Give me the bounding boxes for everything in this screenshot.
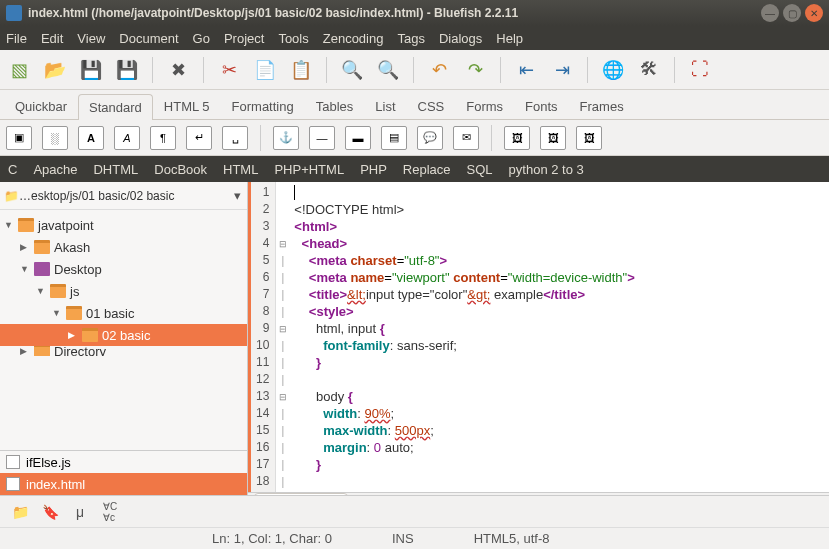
tree-item[interactable]: ▼Desktop: [0, 258, 247, 280]
tree-item[interactable]: ▶Akash: [0, 236, 247, 258]
comment-icon[interactable]: 💬: [417, 126, 443, 150]
indent-icon[interactable]: ⇥: [549, 57, 575, 83]
toolbar-tab-css[interactable]: CSS: [407, 93, 456, 119]
toolbar-tabstrip: QuickbarStandardHTML 5FormattingTablesLi…: [0, 90, 829, 120]
fold-column[interactable]: ⊟││││⊟│││⊟│││││: [276, 182, 290, 492]
tree-item[interactable]: ▼js: [0, 280, 247, 302]
code-editor[interactable]: 123456789101112131415161718 ⊟││││⊟│││⊟││…: [248, 182, 829, 492]
menu-document[interactable]: Document: [119, 31, 178, 46]
lang-replace[interactable]: Replace: [403, 162, 451, 177]
menu-edit[interactable]: Edit: [41, 31, 63, 46]
toolbar-tab-list[interactable]: List: [364, 93, 406, 119]
file-item[interactable]: index.html: [0, 473, 247, 495]
menu-zencoding[interactable]: Zencoding: [323, 31, 384, 46]
fullscreen-icon[interactable]: ⛶: [687, 57, 713, 83]
toolbar-tab-forms[interactable]: Forms: [455, 93, 514, 119]
nbsp-icon[interactable]: ␣: [222, 126, 248, 150]
cut-icon[interactable]: ✂: [216, 57, 242, 83]
lang-python2to3[interactable]: python 2 to 3: [509, 162, 584, 177]
image-icon[interactable]: 🖼: [504, 126, 530, 150]
center-icon[interactable]: ▬: [345, 126, 371, 150]
new-file-icon[interactable]: ▧: [6, 57, 32, 83]
undo-icon[interactable]: ↶: [426, 57, 452, 83]
menu-tags[interactable]: Tags: [397, 31, 424, 46]
lang-apache[interactable]: Apache: [33, 162, 77, 177]
preferences-icon[interactable]: 🛠: [636, 57, 662, 83]
collapse-icon[interactable]: ▼: [4, 220, 14, 230]
copy-icon[interactable]: 📄: [252, 57, 278, 83]
email-icon[interactable]: ✉: [453, 126, 479, 150]
quickstart-icon[interactable]: ▣: [6, 126, 32, 150]
minimize-button[interactable]: —: [761, 4, 779, 22]
hr-icon[interactable]: —: [309, 126, 335, 150]
collapse-icon[interactable]: ▼: [20, 264, 30, 274]
filebrowser-icon[interactable]: 📁: [8, 501, 32, 523]
body-icon[interactable]: ░: [42, 126, 68, 150]
save-icon[interactable]: 💾: [78, 57, 104, 83]
paragraph-icon[interactable]: ¶: [150, 126, 176, 150]
open-file-icon[interactable]: 📂: [42, 57, 68, 83]
toolbar-tab-standard[interactable]: Standard: [78, 94, 153, 120]
break-icon[interactable]: ↵: [186, 126, 212, 150]
expand-icon[interactable]: ▶: [68, 330, 78, 340]
thumbnail-icon[interactable]: 🖼: [540, 126, 566, 150]
close-file-icon[interactable]: ✖: [165, 57, 191, 83]
search-icon[interactable]: 🔍: [339, 57, 365, 83]
lang-html[interactable]: HTML: [223, 162, 258, 177]
fold-marker[interactable]: ⊟: [276, 235, 290, 252]
toolbar-tab-fonts[interactable]: Fonts: [514, 93, 569, 119]
charmap-icon[interactable]: μ: [68, 501, 92, 523]
snippets-icon[interactable]: ∀C∀c: [98, 501, 122, 523]
redo-icon[interactable]: ↷: [462, 57, 488, 83]
fold-marker[interactable]: ⊟: [276, 388, 290, 405]
toolbar-tab-quickbar[interactable]: Quickbar: [4, 93, 78, 119]
menu-project[interactable]: Project: [224, 31, 264, 46]
lang-c[interactable]: C: [8, 162, 17, 177]
expand-icon[interactable]: ▶: [20, 242, 30, 252]
collapse-icon[interactable]: ▼: [52, 308, 62, 318]
multithumb-icon[interactable]: 🖼: [576, 126, 602, 150]
toolbar-tab-html5[interactable]: HTML 5: [153, 93, 221, 119]
italic-icon[interactable]: A: [114, 126, 140, 150]
tree-item[interactable]: ▼javatpoint: [0, 214, 247, 236]
syntax-encoding[interactable]: HTML5, utf-8: [474, 531, 550, 546]
lang-docbook[interactable]: DocBook: [154, 162, 207, 177]
unindent-icon[interactable]: ⇤: [513, 57, 539, 83]
maximize-button[interactable]: ▢: [783, 4, 801, 22]
rightalign-icon[interactable]: ▤: [381, 126, 407, 150]
menu-go[interactable]: Go: [193, 31, 210, 46]
collapse-icon[interactable]: ▼: [36, 286, 46, 296]
menu-help[interactable]: Help: [496, 31, 523, 46]
menu-tools[interactable]: Tools: [278, 31, 308, 46]
bold-icon[interactable]: A: [78, 126, 104, 150]
chevron-down-icon[interactable]: ▾: [231, 188, 243, 203]
lang-dhtml[interactable]: DHTML: [93, 162, 138, 177]
tree-item[interactable]: ▼01 basic: [0, 302, 247, 324]
anchor-icon[interactable]: ⚓: [273, 126, 299, 150]
expand-icon[interactable]: ▶: [20, 346, 30, 356]
folder-tree[interactable]: ▼javatpoint▶Akash▼Desktop▼js▼01 basic▶02…: [0, 210, 247, 450]
menu-view[interactable]: View: [77, 31, 105, 46]
fold-marker[interactable]: ⊟: [276, 320, 290, 337]
toolbar-tab-frames[interactable]: Frames: [569, 93, 635, 119]
toolbar-tab-formatting[interactable]: Formatting: [221, 93, 305, 119]
menu-file[interactable]: File: [6, 31, 27, 46]
search-replace-icon[interactable]: 🔍: [375, 57, 401, 83]
bookmarks-icon[interactable]: 🔖: [38, 501, 62, 523]
tree-item[interactable]: ▶Directory: [0, 346, 247, 356]
lang-sql[interactable]: SQL: [467, 162, 493, 177]
browser-preview-icon[interactable]: 🌐: [600, 57, 626, 83]
menu-dialogs[interactable]: Dialogs: [439, 31, 482, 46]
save-as-icon[interactable]: 💾: [114, 57, 140, 83]
path-selector[interactable]: 📁 …esktop/js/01 basic/02 basic ▾: [0, 182, 247, 210]
source-text[interactable]: <!DOCTYPE html><html> <head> <meta chars…: [290, 182, 638, 492]
toolbar-tab-tables[interactable]: Tables: [305, 93, 365, 119]
paste-icon[interactable]: 📋: [288, 57, 314, 83]
lang-phphtml[interactable]: PHP+HTML: [274, 162, 344, 177]
insert-mode[interactable]: INS: [392, 531, 414, 546]
file-list[interactable]: ifElse.jsindex.html: [0, 450, 247, 495]
close-button[interactable]: ✕: [805, 4, 823, 22]
file-item[interactable]: ifElse.js: [0, 451, 247, 473]
lang-php[interactable]: PHP: [360, 162, 387, 177]
tree-item[interactable]: ▶02 basic: [0, 324, 247, 346]
